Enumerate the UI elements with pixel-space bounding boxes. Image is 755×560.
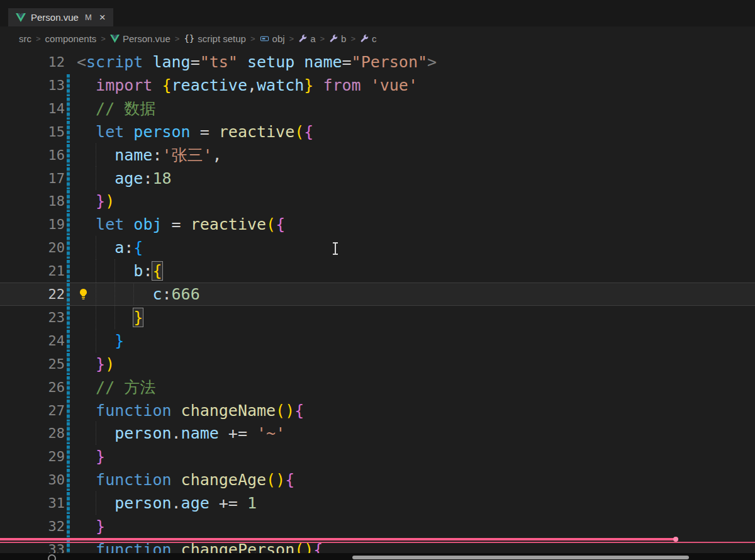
tab-person-vue[interactable]: Person.vue M × [8, 8, 113, 26]
code-line-13[interactable]: 13 import {reactive,watch} from 'vue' [0, 74, 755, 97]
line-number[interactable]: 28 [0, 422, 65, 445]
code-line-21[interactable]: 21 b:{ [0, 259, 755, 283]
code-token: , [213, 146, 222, 164]
line-number[interactable]: 30 [0, 468, 65, 491]
line-number[interactable]: 13 [0, 74, 65, 97]
code-token: "Person" [352, 53, 427, 71]
line-number[interactable]: 32 [0, 515, 65, 538]
code-token [294, 53, 304, 71]
code-token [313, 76, 323, 94]
code-text: let obj = reactive({ [77, 213, 285, 236]
code-token: ) [105, 192, 115, 210]
line-number[interactable]: 20 [0, 236, 65, 259]
code-token: ( [276, 401, 285, 420]
code-token: } [304, 76, 313, 94]
code-token [143, 53, 152, 71]
line-number[interactable]: 14 [0, 97, 65, 120]
breadcrumb-separator-icon: > [36, 34, 41, 43]
code-line-32[interactable]: 32 } [0, 515, 755, 538]
text-cursor-pointer [332, 242, 339, 258]
line-number[interactable]: 22 [0, 283, 65, 306]
player-button-icon[interactable] [48, 554, 56, 560]
code-token: . [172, 424, 181, 442]
code-line-12[interactable]: 12<script lang="ts" setup name="Person"> [0, 50, 755, 74]
code-token: '张三' [162, 146, 213, 164]
git-modified-indicator [67, 144, 70, 166]
code-line-22[interactable]: 22 c:666 [0, 283, 755, 306]
tab-title: Person.vue [31, 12, 79, 23]
code-token [361, 76, 371, 94]
line-number[interactable]: 31 [0, 491, 65, 515]
code-line-20[interactable]: 20 a:{ [0, 236, 755, 259]
breadcrumb-separator-icon: > [101, 34, 106, 43]
code-line-17[interactable]: 17 age:18 [0, 167, 755, 190]
progress-line-secondary [0, 542, 755, 543]
code-line-25[interactable]: 25 }) [0, 352, 755, 376]
code-token: name [115, 146, 152, 164]
code-token [77, 494, 115, 512]
code-text: name:'张三', [77, 143, 222, 167]
line-number[interactable]: 18 [0, 189, 65, 213]
code-token [77, 471, 96, 489]
seek-bar[interactable] [352, 556, 689, 559]
breadcrumb-label: Person.vue [123, 33, 171, 44]
code-token: age [115, 169, 143, 188]
code-line-16[interactable]: 16 name:'张三', [0, 143, 755, 167]
line-number[interactable]: 26 [0, 376, 65, 399]
code-token: } [96, 355, 105, 373]
code-line-28[interactable]: 28 person.name += '~' [0, 422, 755, 445]
breadcrumb-item-person-vue[interactable]: Person.vue [110, 33, 171, 44]
code-token: person [115, 424, 171, 442]
breadcrumb-item-components[interactable]: components [45, 33, 97, 44]
code-text: function changeName(){ [77, 399, 304, 422]
editor[interactable]: 12<script lang="ts" setup name="Person">… [0, 50, 755, 560]
code-line-23[interactable]: 23 } [0, 306, 755, 329]
line-number[interactable]: 27 [0, 399, 65, 422]
line-number[interactable]: 25 [0, 352, 65, 376]
line-number[interactable]: 16 [0, 143, 65, 167]
code-line-14[interactable]: 14 // 数据 [0, 97, 755, 120]
code-line-15[interactable]: 15 let person = reactive({ [0, 120, 755, 143]
git-modified-indicator [67, 213, 70, 235]
line-number[interactable]: 29 [0, 445, 65, 468]
breadcrumb-item-src[interactable]: src [19, 33, 31, 44]
code-line-29[interactable]: 29 } [0, 445, 755, 468]
breadcrumb-separator-icon: > [289, 34, 294, 43]
code-line-26[interactable]: 26 // 方法 [0, 376, 755, 399]
code-token: setup [247, 53, 294, 71]
line-number[interactable]: 24 [0, 329, 65, 352]
breadcrumb-label: obj [272, 33, 285, 44]
breadcrumb-item-a[interactable]: a [298, 33, 315, 44]
symbol-variable-icon [260, 34, 269, 43]
code-text: c:666 [77, 283, 200, 306]
breadcrumb-label: script setup [198, 33, 246, 44]
line-number[interactable]: 21 [0, 259, 65, 283]
code-token [77, 123, 96, 141]
breadcrumb-item-script-setup[interactable]: {}script setup [184, 33, 246, 44]
git-modified-indicator [67, 376, 70, 398]
git-modified-indicator [67, 492, 70, 514]
code-token: ( [294, 123, 304, 141]
breadcrumb-separator-icon: > [320, 34, 325, 43]
code-line-30[interactable]: 30 function changeAge(){ [0, 468, 755, 491]
line-number[interactable]: 19 [0, 213, 65, 236]
code-line-31[interactable]: 31 person.age += 1 [0, 491, 755, 515]
git-modified-indicator [67, 353, 70, 375]
line-number[interactable]: 17 [0, 167, 65, 190]
breadcrumb-item-c[interactable]: c [360, 33, 377, 44]
code-line-18[interactable]: 18 }) [0, 189, 755, 213]
code-line-24[interactable]: 24 } [0, 329, 755, 352]
line-number[interactable]: 23 [0, 306, 65, 329]
symbol-property-icon [298, 34, 307, 43]
breadcrumb-item-obj[interactable]: obj [260, 33, 285, 44]
line-number[interactable]: 12 [0, 50, 65, 74]
tab-close-icon[interactable]: × [99, 12, 106, 23]
line-number[interactable]: 15 [0, 120, 65, 143]
code-line-19[interactable]: 19 let obj = reactive({ [0, 213, 755, 236]
git-modified-indicator [67, 167, 70, 189]
lightbulb-icon[interactable] [78, 288, 89, 303]
git-modified-indicator [67, 260, 70, 282]
code-line-27[interactable]: 27 function changeName(){ [0, 399, 755, 422]
code-token: // 方法 [96, 378, 155, 396]
breadcrumb-item-b[interactable]: b [329, 33, 346, 44]
